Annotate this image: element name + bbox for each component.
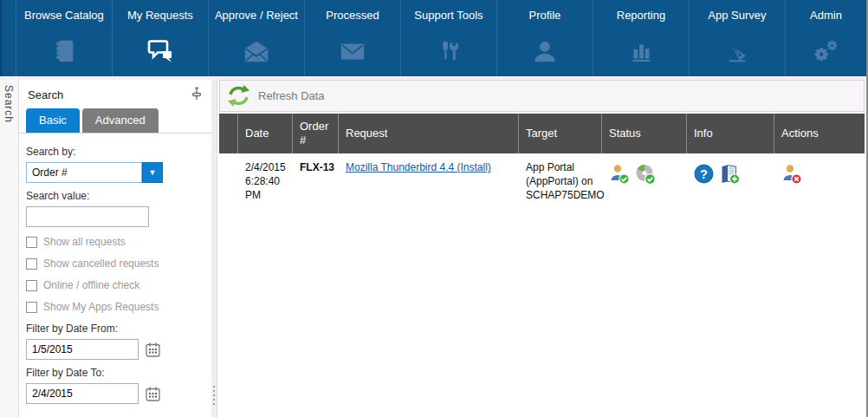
column-header-target[interactable]: Target — [519, 114, 602, 153]
nav-tab-processed[interactable]: Processed — [305, 0, 401, 76]
nav-tab-profile[interactable]: Profile — [497, 0, 593, 76]
nav-tab-approve-reject[interactable]: Approve / Reject — [209, 0, 305, 76]
tools-icon — [434, 36, 463, 66]
nav-spacer — [2, 0, 16, 76]
column-header-info[interactable]: Info — [687, 114, 774, 153]
row-order-number: FLX-13 — [293, 153, 339, 210]
content-area: Search Search Basic Advanced Search by: … — [0, 76, 866, 417]
cancel-request-icon[interactable] — [781, 164, 803, 188]
row-status-cell — [602, 153, 687, 210]
nav-tab-browse-catalog[interactable]: Browse Catalog — [16, 0, 113, 76]
person-icon — [530, 36, 560, 66]
top-nav: Browse Catalog My Requests Approve / Rej… — [0, 0, 866, 76]
grid-header-row: Date Order # Request Target Status Info … — [219, 114, 865, 153]
sidebar-tabs: Basic Advanced — [19, 108, 211, 134]
nav-tab-support-tools[interactable]: Support Tools — [401, 0, 497, 76]
row-actions-cell — [774, 153, 865, 210]
chat-icon — [145, 36, 176, 66]
nav-tab-label: Support Tools — [414, 0, 483, 36]
calendar-icon[interactable] — [145, 342, 161, 358]
sidebar-header: Search — [19, 80, 211, 107]
refresh-data-label[interactable]: Refresh Data — [258, 89, 325, 102]
search-by-label: Search by: — [26, 146, 211, 158]
search-value-label: Search value: — [26, 190, 211, 202]
pin-icon[interactable] — [191, 87, 203, 103]
search-sidebar: Search Basic Advanced Search by: Order #… — [19, 80, 211, 417]
checkbox-icon[interactable] — [26, 302, 37, 313]
checkbox-show-my-apps-requests[interactable]: Show My Apps Requests — [26, 301, 211, 313]
nav-tab-label: Processed — [326, 0, 379, 36]
search-panel-strip: Search — [0, 80, 19, 417]
row-target: App Portal (AppPortal) on SCHAP75DEMO — [519, 153, 602, 210]
refresh-data-button[interactable] — [225, 83, 251, 109]
date-to-label: Filter by Date To: — [26, 367, 211, 379]
checkbox-label: Show all requests — [43, 236, 126, 248]
tab-advanced[interactable]: Advanced — [82, 108, 159, 133]
media-ready-icon[interactable] — [635, 164, 657, 188]
nav-tab-admin[interactable]: Admin — [786, 0, 866, 76]
checkbox-label: Show cancelled requests — [43, 257, 159, 270]
gears-icon — [811, 36, 840, 66]
svg-text:?: ? — [700, 167, 708, 181]
request-link[interactable]: Mozilla Thunderbird 4.4 (Install) — [346, 161, 491, 173]
nav-tab-label: My Requests — [127, 0, 193, 36]
date-from-input[interactable] — [26, 339, 139, 360]
checkbox-icon[interactable] — [26, 237, 37, 248]
pen-icon — [722, 36, 752, 66]
nav-tab-label: Profile — [529, 0, 561, 36]
date-from-row — [26, 339, 211, 360]
nav-tab-label: Reporting — [617, 0, 665, 36]
nav-tab-label: App Survey — [708, 0, 766, 36]
sidebar-title: Search — [28, 88, 63, 101]
checkbox-show-all-requests[interactable]: Show all requests — [26, 236, 211, 248]
column-header-status[interactable]: Status — [602, 114, 687, 153]
splitter-grip-icon — [213, 386, 215, 405]
table-row: 2/4/2015 6:28:40 PM FLX-13 Mozilla Thund… — [219, 153, 865, 210]
sidebar-splitter[interactable] — [211, 80, 217, 417]
checkbox-icon[interactable] — [26, 258, 37, 270]
app-window: Browse Catalog My Requests Approve / Rej… — [0, 0, 868, 417]
checkbox-label: Online / offline check — [43, 279, 139, 291]
nav-tab-reporting[interactable]: Reporting — [593, 0, 690, 76]
grid-toolbar: Refresh Data — [219, 80, 865, 112]
requests-grid: Date Order # Request Target Status Info … — [219, 114, 865, 210]
calendar-icon[interactable] — [145, 386, 161, 402]
nav-tab-label: Admin — [810, 0, 842, 36]
catalog-icon — [49, 36, 79, 66]
checkbox-label: Show My Apps Requests — [43, 301, 159, 313]
search-by-selected-value: Order # — [26, 162, 142, 183]
checkbox-online-offline-check[interactable]: Online / offline check — [26, 279, 211, 291]
column-header-request[interactable]: Request — [339, 114, 519, 153]
row-info-cell: ? — [687, 153, 774, 210]
column-header-order[interactable]: Order # — [293, 114, 339, 153]
column-header-selector[interactable] — [219, 114, 238, 153]
user-approved-icon[interactable] — [609, 164, 631, 188]
date-from-label: Filter by Date From: — [26, 323, 211, 335]
column-header-date[interactable]: Date — [238, 114, 293, 153]
nav-tab-app-survey[interactable]: App Survey — [690, 0, 786, 76]
row-selector-cell[interactable] — [219, 153, 238, 210]
add-program-icon[interactable] — [719, 164, 741, 188]
sidebar-body: Search by: Order # ▼ Search value: Show … — [19, 134, 211, 417]
help-icon[interactable]: ? — [694, 164, 715, 188]
checkbox-icon[interactable] — [26, 280, 37, 291]
open-envelope-icon — [242, 36, 271, 66]
column-header-actions[interactable]: Actions — [774, 114, 865, 153]
row-date: 2/4/2015 6:28:40 PM — [238, 153, 293, 210]
envelope-icon — [338, 36, 367, 66]
date-to-row — [26, 383, 211, 404]
search-value-input[interactable] — [26, 206, 149, 227]
search-strip-label[interactable]: Search — [0, 80, 15, 123]
bar-chart-icon — [626, 36, 656, 66]
nav-tab-label: Browse Catalog — [24, 0, 104, 36]
nav-tab-label: Approve / Reject — [215, 0, 298, 36]
search-by-dropdown[interactable]: Order # ▼ — [26, 162, 163, 183]
chevron-down-icon[interactable]: ▼ — [142, 162, 163, 183]
nav-tab-my-requests[interactable]: My Requests — [113, 0, 209, 76]
checkbox-show-cancelled-requests[interactable]: Show cancelled requests — [26, 257, 211, 270]
date-to-input[interactable] — [26, 383, 139, 404]
tab-basic[interactable]: Basic — [26, 108, 80, 133]
main-panel: Refresh Data Date Order # Request Target… — [217, 80, 866, 417]
